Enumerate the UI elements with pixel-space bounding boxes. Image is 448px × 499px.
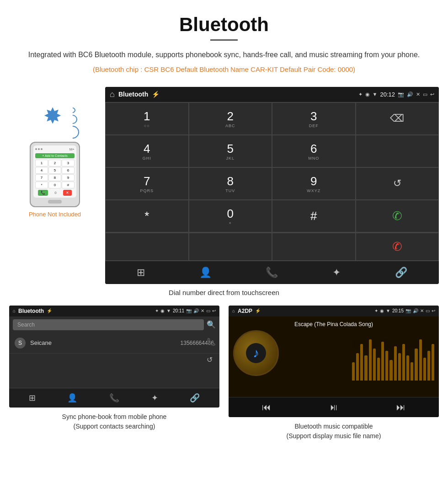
camera-icon: 📷 bbox=[398, 91, 404, 97]
home-icon[interactable]: ⌂ bbox=[110, 90, 115, 99]
dial-key-8[interactable]: 8 TUV bbox=[189, 167, 272, 200]
phonebook-bottom-nav: ⊞ 👤 📞 ✦ 🔗 bbox=[9, 388, 219, 408]
phonebook-block: ⌂ Bluetooth ⚡ ✦ ◉ ▼ 20:11 📷 🔊 ✕ ▭ ↩ bbox=[9, 306, 219, 441]
dial-end-call-area[interactable]: ✆ bbox=[356, 233, 439, 261]
close-icon[interactable]: ✕ bbox=[416, 91, 420, 97]
music-x-icon[interactable]: ✕ bbox=[420, 308, 424, 313]
dial-sub-6: MNO bbox=[308, 156, 319, 161]
phonebook-topbar-right: ✦ ◉ ▼ 20:11 📷 🔊 ✕ ▭ ↩ bbox=[155, 308, 216, 313]
music-back-icon[interactable]: ↩ bbox=[432, 308, 435, 313]
music-topbar-right: ✦ ◉ ▼ 20:15 📷 🔊 ✕ ▭ ↩ bbox=[374, 308, 435, 313]
music-usb-icon: ⚡ bbox=[255, 308, 261, 313]
signal-icon: ▼ bbox=[373, 91, 378, 97]
nav-grid-icon[interactable]: ⊞ bbox=[137, 267, 145, 279]
side-refresh-icon[interactable]: ↺ bbox=[207, 355, 216, 364]
pb-nav-link-icon[interactable]: 🔗 bbox=[190, 393, 200, 403]
dial-num-hash: # bbox=[310, 209, 317, 223]
eq-bar bbox=[356, 353, 359, 381]
dial-row-endcall: ✆ bbox=[105, 232, 439, 261]
music-loc-icon: ◉ bbox=[380, 308, 384, 313]
play-pause-icon[interactable]: ⏯ bbox=[329, 402, 338, 413]
eq-bar bbox=[415, 349, 417, 381]
back-icon[interactable]: ↩ bbox=[430, 91, 434, 97]
music-bt-icon: ✦ bbox=[374, 308, 378, 313]
pb-nav-grid-icon[interactable]: ⊞ bbox=[29, 393, 36, 403]
description-text: Integrated with BC6 Bluetooth module, su… bbox=[27, 49, 421, 61]
contact-name: Seicane bbox=[30, 339, 181, 346]
music-caption: Bluetooth music compatible (Support disp… bbox=[229, 422, 439, 441]
phonebook-back-icon[interactable]: ↩ bbox=[212, 308, 216, 313]
bottom-screenshots: ⌂ Bluetooth ⚡ ✦ ◉ ▼ 20:11 📷 🔊 ✕ ▭ ↩ bbox=[0, 306, 448, 450]
dial-num-5: 5 bbox=[227, 142, 234, 156]
nav-bluetooth-icon[interactable]: ✦ bbox=[332, 267, 341, 279]
phone-key-7: 7 bbox=[35, 174, 48, 181]
dial-num-6: 6 bbox=[310, 142, 317, 156]
eq-bar bbox=[377, 358, 380, 381]
dial-grid: 1 ○○ 2 ABC 3 DEF ⌫ 4 GHI 5 JKL bbox=[105, 102, 439, 232]
specs-text: (Bluetooth chip : CSR BC6 Default Blueto… bbox=[27, 65, 421, 73]
phone-key-1: 1 bbox=[35, 160, 48, 166]
music-home-icon[interactable]: ⌂ bbox=[232, 308, 235, 313]
eq-bar bbox=[364, 355, 367, 381]
eq-bar bbox=[423, 358, 426, 381]
title-divider bbox=[210, 39, 238, 41]
pb-nav-phone-icon[interactable]: 📞 bbox=[109, 393, 119, 403]
dial-key-star[interactable]: * bbox=[105, 200, 189, 232]
prev-track-icon[interactable]: ⏮ bbox=[262, 402, 271, 413]
next-track-icon[interactable]: ⏭ bbox=[396, 402, 405, 413]
nav-link-icon[interactable]: 🔗 bbox=[395, 267, 407, 279]
dial-key-6[interactable]: 6 MNO bbox=[272, 135, 356, 167]
phonebook-time: 20:11 bbox=[173, 308, 184, 313]
dial-key-9[interactable]: 9 WXYZ bbox=[272, 167, 356, 200]
phonebook-bt-icon: ✦ bbox=[155, 308, 159, 313]
eq-bar bbox=[419, 339, 422, 381]
dial-refresh-area[interactable]: ↺ bbox=[356, 167, 439, 200]
dial-key-1[interactable]: 1 ○○ bbox=[105, 102, 189, 135]
location-icon: ◉ bbox=[365, 91, 370, 97]
clock: 20:12 bbox=[380, 91, 395, 98]
pb-nav-person-icon[interactable]: 👤 bbox=[67, 393, 77, 403]
phone-key-9: 9 bbox=[62, 174, 75, 181]
dial-key-4[interactable]: 4 GHI bbox=[105, 135, 189, 167]
phone-dot-2 bbox=[38, 148, 40, 150]
search-icon[interactable]: 🔍 bbox=[207, 320, 216, 329]
refresh-icon: ↺ bbox=[393, 177, 401, 189]
phone-key-5: 5 bbox=[48, 167, 61, 174]
nav-phone-icon[interactable]: 📞 bbox=[266, 267, 278, 279]
phonebook-x-icon[interactable]: ✕ bbox=[201, 308, 204, 313]
phonebook-search-input[interactable]: Search bbox=[13, 319, 204, 330]
dial-key-5[interactable]: 5 JKL bbox=[189, 135, 272, 167]
dial-backspace-area[interactable]: ⌫ bbox=[356, 102, 439, 135]
dial-key-7[interactable]: 7 PQRS bbox=[105, 167, 189, 200]
topbar-right: ✦ ◉ ▼ 20:12 📷 🔊 ✕ ▭ ↩ bbox=[358, 91, 434, 98]
phonebook-loc-icon: ◉ bbox=[160, 308, 165, 313]
dial-empty-2 bbox=[189, 233, 272, 261]
car-dial-screen: ⌂ Bluetooth ⚡ ✦ ◉ ▼ 20:12 📷 🔊 ✕ ▭ ↩ 1 ○○ bbox=[105, 87, 439, 284]
call-end-icon: ✆ bbox=[392, 240, 402, 254]
music-bt-circle-icon: ♪ bbox=[246, 343, 266, 363]
nav-person-icon[interactable]: 👤 bbox=[199, 267, 212, 279]
phonebook-contact-row[interactable]: S Seicane 13566664466 bbox=[9, 333, 219, 354]
dial-bottom-nav: ⊞ 👤 📞 ✦ 🔗 bbox=[105, 261, 439, 284]
eq-bar bbox=[432, 344, 434, 381]
dial-key-2[interactable]: 2 ABC bbox=[189, 102, 272, 135]
dial-sub-3: DEF bbox=[309, 123, 319, 128]
dial-key-0[interactable]: 0 + bbox=[189, 200, 272, 232]
dial-num-4: 4 bbox=[144, 142, 150, 156]
music-time: 20:15 bbox=[392, 308, 404, 313]
dial-num-2: 2 bbox=[227, 109, 234, 123]
dial-call-green-area[interactable]: ✆ bbox=[356, 200, 439, 232]
dial-key-3[interactable]: 3 DEF bbox=[272, 102, 356, 135]
phone-call-button: 📞 bbox=[38, 190, 48, 196]
bluetooth-status-icon: ✦ bbox=[358, 91, 363, 97]
phonebook-home-icon[interactable]: ⌂ bbox=[13, 308, 16, 313]
pb-nav-bt-icon[interactable]: ✦ bbox=[151, 393, 158, 403]
phone-key-0: 0 bbox=[48, 182, 61, 188]
dial-key-hash[interactable]: # bbox=[272, 200, 356, 232]
eq-bar bbox=[369, 339, 372, 381]
music-vol-icon: 🔊 bbox=[413, 308, 418, 313]
side-phone-icon[interactable]: 📞 bbox=[207, 338, 216, 346]
phone-add-contacts: + Add to Contacts bbox=[35, 153, 75, 158]
dial-sub-4: GHI bbox=[143, 156, 151, 161]
music-win-icon: ▭ bbox=[426, 308, 430, 313]
